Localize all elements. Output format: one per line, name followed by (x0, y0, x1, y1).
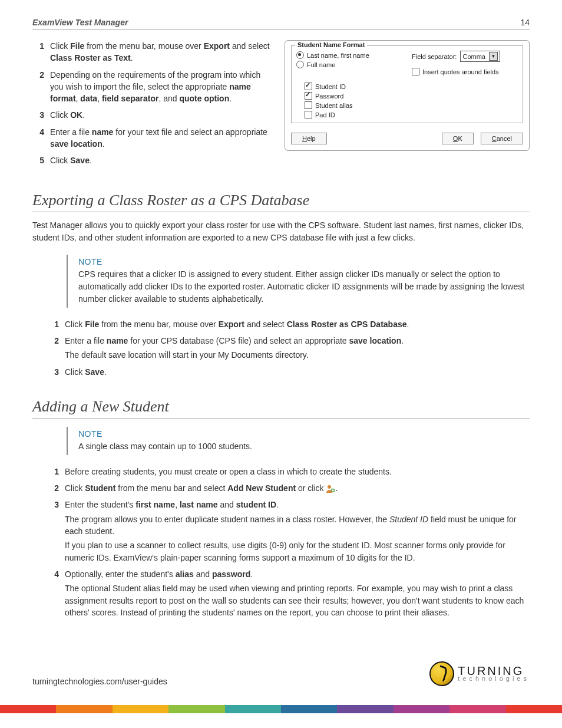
logo-text-bottom: technologies (458, 676, 530, 682)
step-item: 3Click Save. (47, 366, 530, 378)
checkbox-icon (305, 83, 312, 90)
step-number: 5 (32, 154, 44, 166)
note-body: A single class may contain up to 1000 st… (78, 440, 530, 453)
checkbox-icon (412, 68, 419, 75)
doc-title: ExamView Test Manager (32, 18, 128, 27)
step-item: 2Enter a file name for your CPS database… (47, 335, 530, 361)
cps-steps: 1Click File from the menu bar, mouse ove… (47, 318, 530, 378)
step-body: Enter a file name for your text file and… (50, 126, 274, 150)
step-body: Click File from the menu bar, mouse over… (65, 318, 530, 330)
step-body: Click File from the menu bar, mouse over… (50, 40, 274, 64)
note-label: NOTE (78, 257, 530, 266)
add-student-steps: 1Before creating students, you must crea… (47, 466, 530, 618)
radio-fullname[interactable]: Full name (296, 61, 412, 68)
page-number: 14 (520, 18, 530, 27)
step-body: Click Save. (65, 366, 530, 378)
fieldset-legend: Student Name Format (295, 41, 367, 48)
field-separator-combo[interactable]: Comma ▼ (460, 51, 500, 62)
step-item: 2Click Student from the menu bar and sel… (47, 482, 530, 494)
section1-para: Test Manager allows you to quickly expor… (32, 219, 530, 244)
field-separator-label: Field separator: (412, 53, 457, 60)
turning-logo: TURNING technologies (429, 661, 530, 686)
step-item: 3Click OK. (32, 109, 274, 121)
help-button[interactable]: Help (291, 133, 327, 144)
check-pad-id[interactable]: Pad ID (305, 111, 518, 118)
radio-icon (296, 61, 304, 68)
logo-mark-icon (429, 661, 454, 686)
export-dialog: Student Name Format Last name, first nam… (285, 40, 530, 151)
step-item: 4Enter a file name for your text file an… (32, 126, 274, 150)
step-number: 1 (32, 40, 44, 64)
step-item: 3Enter the student's first name, last na… (47, 499, 530, 563)
check-insert-quotes[interactable]: Insert quotes around fields (412, 68, 518, 75)
name-format-fieldset: Student Name Format Last name, first nam… (291, 45, 523, 123)
check-student-id[interactable]: Student ID (305, 83, 518, 90)
field-separator-row: Field separator: Comma ▼ (412, 51, 518, 62)
cancel-button[interactable]: Cancel (481, 133, 523, 144)
step-number: 1 (47, 466, 59, 477)
ok-button[interactable]: OK (442, 133, 474, 144)
page-header: ExamView Test Manager 14 (32, 18, 530, 29)
step-number: 1 (47, 318, 59, 330)
note-body: CPS requires that a clicker ID is assign… (78, 268, 530, 305)
chevron-down-icon: ▼ (489, 52, 498, 61)
color-strip (0, 705, 562, 713)
check-password[interactable]: Password (305, 92, 518, 100)
section-title-add-student: Adding a New Student (32, 398, 530, 419)
step-body: Depending on the requirements of the pro… (50, 69, 274, 105)
step-number: 4 (47, 568, 59, 618)
step-body: Click OK. (50, 109, 274, 121)
step-item: 4Optionally, enter the student's alias a… (47, 568, 530, 618)
add-student-icon (326, 484, 335, 493)
step-number: 3 (47, 366, 59, 378)
step-item: 1Before creating students, you must crea… (47, 466, 530, 477)
note-cps: NOTE CPS requires that a clicker ID is a… (67, 255, 530, 308)
step-number: 2 (47, 482, 59, 494)
step-body: Enter a file name for your CPS database … (65, 335, 530, 361)
step-body: Click Student from the menu bar and sele… (65, 482, 530, 494)
step-body: Enter the student's first name, last nam… (65, 499, 530, 563)
checkbox-icon (305, 92, 312, 100)
step-item: 5Click Save. (32, 154, 274, 166)
step-item: 2Depending on the requirements of the pr… (32, 69, 274, 105)
step-item: 1Click File from the menu bar, mouse ove… (47, 318, 530, 330)
step-number: 4 (32, 126, 44, 150)
section-title-cps: Exporting a Class Roster as a CPS Databa… (32, 192, 530, 212)
check-student-alias[interactable]: Student alias (305, 101, 518, 109)
step-number: 2 (47, 335, 59, 361)
svg-point-0 (328, 485, 331, 489)
note-add-student: NOTE A single class may contain up to 10… (67, 427, 530, 455)
page-footer: turningtechnologies.com/user-guides TURN… (32, 661, 530, 686)
footer-url: turningtechnologies.com/user-guides (32, 677, 167, 686)
checkbox-icon (305, 101, 312, 109)
radio-icon (296, 51, 304, 59)
step-body: Click Save. (50, 154, 274, 166)
note-label: NOTE (78, 429, 530, 439)
checkbox-icon (305, 111, 312, 118)
step-item: 1Click File from the menu bar, mouse ove… (32, 40, 274, 64)
export-text-steps: 1Click File from the menu bar, mouse ove… (32, 40, 274, 167)
step-number: 3 (32, 109, 44, 121)
step-number: 2 (32, 69, 44, 105)
step-body: Optionally, enter the student's alias an… (65, 568, 530, 618)
radio-lastname-firstname[interactable]: Last name, first name (296, 51, 412, 59)
step-body: Before creating students, you must creat… (65, 466, 530, 477)
step-number: 3 (47, 499, 59, 563)
